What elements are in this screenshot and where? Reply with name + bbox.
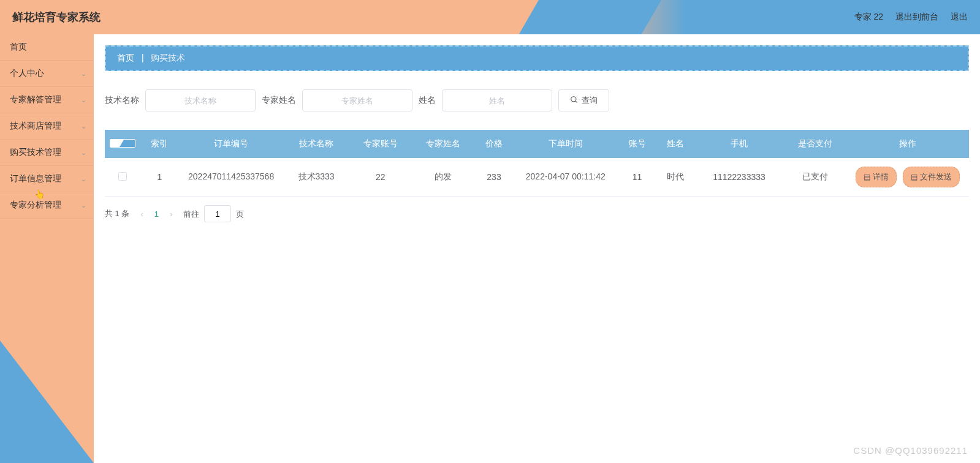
cell-expert-account: 22: [349, 158, 412, 197]
col-order-no: 订单编号: [179, 130, 284, 158]
col-name: 姓名: [656, 130, 695, 158]
page-number[interactable]: 1: [154, 209, 159, 219]
exit-to-front-link[interactable]: 退出到前台: [895, 12, 938, 23]
cell-index: 1: [140, 158, 179, 197]
query-button-label: 查询: [582, 95, 598, 106]
col-price: 价格: [475, 130, 514, 158]
col-phone: 手机: [695, 130, 784, 158]
user-info-link[interactable]: 专家 22: [854, 12, 883, 23]
file-send-button-label: 文件发送: [920, 171, 952, 183]
col-account: 账号: [618, 130, 656, 158]
total-count: 共 1 条: [105, 208, 129, 219]
prev-page-button[interactable]: ‹: [138, 209, 145, 219]
cell-account: 11: [618, 158, 656, 197]
col-tech-name: 技术名称: [284, 130, 349, 158]
breadcrumb: 首页 | 购买技术: [105, 45, 969, 71]
sidebar-item-tech-store[interactable]: 技术商店管理 ⌄: [0, 113, 94, 140]
detail-button[interactable]: ▤ 详情: [856, 167, 897, 187]
sidebar-item-label: 技术商店管理: [10, 121, 61, 132]
name-input[interactable]: [442, 89, 552, 111]
watermark: CSDN @QQ1039692211: [853, 445, 968, 456]
sidebar-item-order-info[interactable]: 订单信息管理 ⌄: [0, 166, 94, 192]
col-expert-account: 专家账号: [349, 130, 412, 158]
sidebar-item-expert-answer[interactable]: 专家解答管理 ⌄: [0, 87, 94, 113]
breadcrumb-current: 购买技术: [151, 53, 185, 62]
chevron-down-icon: ⌄: [81, 122, 86, 130]
sidebar-item-label: 购买技术管理: [10, 147, 61, 158]
data-table: 索引 订单编号 技术名称 专家账号 专家姓名 价格 下单时间 账号 姓名 手机 …: [105, 130, 969, 197]
tech-name-input[interactable]: [145, 89, 256, 111]
header-right: 专家 22 退出到前台 退出: [854, 12, 968, 23]
app-title: 鲜花培育专家系统: [12, 10, 101, 24]
select-all-checkbox[interactable]: [110, 139, 135, 148]
sidebar-item-personal[interactable]: 个人中心 ⌄: [0, 61, 94, 87]
chevron-down-icon: ⌄: [81, 201, 86, 209]
chevron-down-icon: ⌄: [81, 96, 86, 104]
breadcrumb-home[interactable]: 首页: [117, 53, 134, 62]
chevron-down-icon: ⌄: [81, 70, 86, 78]
table-row: 1 202247011425337568 技术3333 22 的发 233 20…: [105, 158, 969, 197]
cell-order-no: 202247011425337568: [179, 158, 284, 197]
row-checkbox[interactable]: [118, 172, 127, 181]
pagination: 共 1 条 ‹ 1 › 前往 页: [105, 197, 969, 231]
document-icon: ▤: [911, 173, 917, 181]
sidebar-item-buy-tech[interactable]: 购买技术管理 ⌄: [0, 140, 94, 166]
logout-link[interactable]: 退出: [951, 12, 968, 23]
col-index: 索引: [140, 130, 179, 158]
cell-expert-name: 的发: [412, 158, 475, 197]
sidebar: 首页 个人中心 ⌄ 专家解答管理 ⌄ 技术商店管理 ⌄ 购买技术管理 ⌄ 订单信…: [0, 34, 94, 463]
chevron-down-icon: ⌄: [81, 175, 86, 183]
main-content: 首页 | 购买技术 技术名称 专家姓名 姓名 查询 索引: [94, 34, 980, 463]
cell-order-time: 2022-04-07 00:11:42: [513, 158, 618, 197]
expert-name-label: 专家姓名: [262, 95, 296, 106]
file-send-button[interactable]: ▤ 文件发送: [903, 167, 960, 187]
sidebar-item-label: 订单信息管理: [10, 173, 61, 184]
sidebar-item-home[interactable]: 首页: [0, 34, 94, 61]
detail-button-label: 详情: [873, 171, 889, 183]
tech-name-label: 技术名称: [105, 95, 139, 106]
breadcrumb-separator: |: [142, 53, 144, 62]
sidebar-item-expert-analysis[interactable]: 专家分析管理 ⌄: [0, 192, 94, 219]
sidebar-item-label: 个人中心: [10, 68, 44, 79]
svg-line-1: [575, 100, 577, 102]
sidebar-decoration: [0, 341, 94, 463]
cell-phone: 11122233333: [695, 158, 784, 197]
document-icon: ▤: [864, 173, 870, 181]
goto-label: 前往 页: [183, 205, 243, 222]
chevron-down-icon: ⌄: [81, 149, 86, 157]
col-expert-name: 专家姓名: [412, 130, 475, 158]
goto-page-input[interactable]: [204, 205, 231, 222]
sidebar-item-label: 首页: [10, 42, 27, 53]
col-order-time: 下单时间: [513, 130, 618, 158]
next-page-button[interactable]: ›: [167, 209, 175, 219]
cell-tech-name: 技术3333: [284, 158, 349, 197]
sidebar-item-label: 专家解答管理: [10, 94, 61, 105]
search-icon: [570, 96, 579, 106]
cell-price: 233: [475, 158, 514, 197]
query-button[interactable]: 查询: [558, 89, 609, 111]
col-paid: 是否支付: [783, 130, 846, 158]
expert-name-input[interactable]: [302, 89, 412, 111]
name-label: 姓名: [419, 95, 436, 106]
cell-paid: 已支付: [783, 158, 846, 197]
col-action: 操作: [846, 130, 969, 158]
cell-name: 时代: [656, 158, 695, 197]
header: 鲜花培育专家系统 专家 22 退出到前台 退出: [0, 0, 980, 34]
svg-point-0: [571, 96, 576, 101]
search-bar: 技术名称 专家姓名 姓名 查询: [105, 83, 969, 130]
cell-actions: ▤ 详情 ▤ 文件发送: [846, 158, 969, 197]
sidebar-item-label: 专家分析管理: [10, 200, 61, 211]
